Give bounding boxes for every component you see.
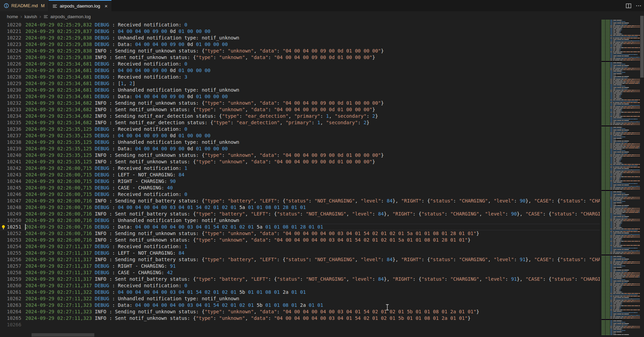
log-editor[interactable]: 102202024-09-29 02:25:29,832 DEBUG : Rec… [0, 22, 601, 337]
line-number[interactable]: 10235 [7, 119, 21, 126]
log-line-text[interactable]: 2024-09-29 02:26:00,716 DEBUG : Unhandle… [25, 217, 239, 224]
line-number[interactable]: 10255 [7, 250, 21, 256]
line-number[interactable]: 10229 [7, 80, 21, 87]
log-line[interactable]: 102232024-09-29 02:25:29,838 DEBUG : Dat… [0, 41, 601, 48]
line-number[interactable]: 10252 [7, 230, 21, 237]
log-line[interactable]: 102612024-09-29 02:27:11,322 DEBUG : 04 … [0, 289, 601, 295]
line-number[interactable]: 10237 [7, 132, 21, 139]
log-line-text[interactable]: 2024-09-29 02:26:00,716 DEBUG : Data: 04… [25, 224, 323, 230]
log-line[interactable]: 102522024-09-29 02:26:00,716 INFO : Send… [0, 230, 601, 237]
log-line[interactable]: 102212024-09-29 02:25:29,837 DEBUG : 04 … [0, 28, 601, 35]
line-number[interactable]: 10248 [7, 204, 21, 211]
line-number[interactable]: 10242 [7, 165, 21, 172]
log-line[interactable]: 102652024-09-29 02:27:11,323 INFO : Sent… [0, 315, 601, 322]
line-number[interactable]: 10251 [7, 224, 21, 230]
line-number[interactable]: 10247 [7, 198, 21, 204]
log-line-text[interactable]: 2024-09-29 02:25:29,838 INFO : Sending n… [25, 48, 384, 54]
log-line[interactable]: 102492024-09-29 02:26:00,716 INFO : Sent… [0, 211, 601, 217]
log-line[interactable]: 102222024-09-29 02:25:29,838 DEBUG : Unh… [0, 35, 601, 41]
breadcrumb-home[interactable]: home [7, 14, 18, 19]
log-line-text[interactable]: 2024-09-29 02:27:11,323 DEBUG : Data: 04… [25, 302, 323, 309]
log-line-text[interactable]: 2024-09-29 02:25:34,681 DEBUG : [1, 2] [25, 80, 135, 87]
line-number[interactable]: 10234 [7, 113, 21, 119]
log-line[interactable]: 102382024-09-29 02:25:35,125 DEBUG : Unh… [0, 139, 601, 146]
line-number[interactable]: 10261 [7, 289, 21, 295]
minimap[interactable] [600, 20, 640, 336]
log-line-text[interactable]: 2024-09-29 02:25:35,125 DEBUG : 04 00 04… [25, 132, 211, 139]
horizontal-scrollbar[interactable] [32, 333, 94, 337]
log-line[interactable]: 102582024-09-29 02:27:11,317 DEBUG : CAS… [0, 269, 601, 276]
line-number[interactable]: 10256 [7, 256, 21, 263]
log-line[interactable]: 102292024-09-29 02:25:34,681 DEBUG : [1,… [0, 80, 601, 87]
breadcrumb-file[interactable]: airpods_daemon.log [50, 14, 91, 19]
line-number[interactable]: 10259 [7, 276, 21, 282]
log-line[interactable]: 102452024-09-29 02:26:00,715 DEBUG : CAS… [0, 185, 601, 191]
line-number[interactable]: 10262 [7, 295, 21, 302]
log-line[interactable]: 10266 [0, 322, 601, 328]
tab-airpods-daemon-log[interactable]: airpods_daemon.log × [49, 0, 111, 11]
line-number[interactable]: 10250 [7, 217, 21, 224]
line-number[interactable]: 10239 [7, 146, 21, 152]
line-number[interactable]: 10246 [7, 191, 21, 198]
line-number[interactable]: 10266 [7, 322, 21, 328]
line-number[interactable]: 10249 [7, 211, 21, 217]
line-number[interactable]: 10223 [7, 41, 21, 48]
lightbulb-icon[interactable] [0, 224, 7, 230]
log-line-text[interactable]: 2024-09-29 02:25:29,838 DEBUG : Unhandle… [25, 35, 239, 41]
log-line[interactable]: 102362024-09-29 02:25:35,125 DEBUG : Rec… [0, 126, 601, 132]
log-line-text[interactable]: 2024-09-29 02:27:11,322 DEBUG : 04 00 04… [25, 289, 306, 295]
line-number[interactable]: 10236 [7, 126, 21, 132]
log-line-text[interactable]: 2024-09-29 02:25:35,125 INFO : Sending n… [25, 152, 384, 159]
log-line-text[interactable]: 2024-09-29 02:27:11,317 DEBUG : LEFT - N… [25, 250, 184, 256]
log-line-text[interactable]: 2024-09-29 02:25:35,125 DEBUG : Received… [25, 126, 187, 132]
line-number[interactable]: 10253 [7, 237, 21, 243]
line-number[interactable]: 10222 [7, 35, 21, 41]
log-line[interactable]: 102542024-09-29 02:27:11,317 DEBUG : Rec… [0, 243, 601, 250]
log-line[interactable]: 102402024-09-29 02:25:35,125 INFO : Send… [0, 152, 601, 159]
log-line-text[interactable]: 2024-09-29 02:25:34,681 DEBUG : Unhandle… [25, 87, 239, 93]
log-line[interactable]: 102282024-09-29 02:25:34,681 DEBUG : Rec… [0, 74, 601, 80]
log-line-text[interactable]: 2024-09-29 02:26:00,716 INFO : Sending n… [25, 230, 479, 237]
log-line[interactable]: 102252024-09-29 02:25:29,838 INFO : Sent… [0, 54, 601, 61]
log-line-text[interactable]: 2024-09-29 02:27:11,317 DEBUG : CASE - C… [25, 269, 173, 276]
log-line[interactable]: 102632024-09-29 02:27:11,323 DEBUG : Dat… [0, 302, 601, 309]
line-number[interactable]: 10228 [7, 74, 21, 80]
line-number[interactable]: 10230 [7, 87, 21, 93]
line-number[interactable]: 10265 [7, 315, 21, 322]
line-number[interactable]: 10233 [7, 106, 21, 113]
log-line-text[interactable]: 2024-09-29 02:26:00,716 INFO : Sent noti… [25, 211, 601, 217]
log-line-text[interactable]: 2024-09-29 02:27:11,317 INFO : Sent noti… [25, 276, 601, 282]
log-line[interactable]: 102502024-09-29 02:26:00,716 DEBUG : Unh… [0, 217, 601, 224]
vertical-scrollbar[interactable] [640, 16, 644, 78]
log-line[interactable]: 102622024-09-29 02:27:11,322 DEBUG : Unh… [0, 295, 601, 302]
log-line[interactable]: 102432024-09-29 02:26:00,715 DEBUG : LEF… [0, 172, 601, 178]
log-line[interactable]: 102242024-09-29 02:25:29,838 INFO : Send… [0, 48, 601, 54]
log-line-text[interactable]: 2024-09-29 02:27:11,323 INFO : Sending n… [25, 309, 479, 315]
log-line-text[interactable]: 2024-09-29 02:26:00,715 DEBUG : Received… [25, 191, 187, 198]
log-line[interactable]: 102392024-09-29 02:25:35,125 DEBUG : Dat… [0, 146, 601, 152]
log-line-text[interactable]: 2024-09-29 02:25:34,681 DEBUG : 04 00 04… [25, 67, 211, 74]
log-line-text[interactable]: 2024-09-29 02:25:29,837 DEBUG : 04 00 04… [25, 28, 211, 35]
line-number[interactable]: 10258 [7, 269, 21, 276]
log-line[interactable]: 102562024-09-29 02:27:11,317 INFO : Send… [0, 256, 601, 263]
log-line-text[interactable]: 2024-09-29 02:27:11,317 DEBUG : Received… [25, 243, 187, 250]
log-line[interactable]: 102302024-09-29 02:25:34,681 DEBUG : Unh… [0, 87, 601, 93]
log-line[interactable]: 102322024-09-29 02:25:34,682 INFO : Send… [0, 100, 601, 106]
line-number[interactable]: 10243 [7, 172, 21, 178]
log-line[interactable]: 102472024-09-29 02:26:00,716 INFO : Send… [0, 198, 601, 204]
line-number[interactable]: 10220 [7, 22, 21, 28]
split-editor-button[interactable] [623, 0, 634, 11]
log-line-text[interactable]: 2024-09-29 02:27:11,323 INFO : Sent noti… [25, 315, 470, 322]
log-line[interactable]: 102512024-09-29 02:26:00,716 DEBUG : Dat… [0, 224, 601, 230]
log-line-text[interactable]: 2024-09-29 02:26:00,715 DEBUG : CASE - C… [25, 185, 173, 191]
log-line-text[interactable]: 2024-09-29 02:26:00,715 DEBUG : RIGHT - … [25, 178, 176, 185]
log-line[interactable]: 102312024-09-29 02:25:34,681 DEBUG : Dat… [0, 93, 601, 100]
line-number[interactable]: 10257 [7, 263, 21, 269]
log-line-text[interactable]: 2024-09-29 02:25:34,681 DEBUG : Received… [25, 61, 187, 67]
line-number[interactable]: 10260 [7, 282, 21, 289]
close-icon[interactable]: × [105, 3, 108, 9]
log-line-text[interactable]: 2024-09-29 02:26:00,716 INFO : Sending n… [25, 198, 601, 204]
line-number[interactable]: 10225 [7, 54, 21, 61]
log-line-text[interactable]: 2024-09-29 02:25:34,682 INFO : Sending n… [25, 113, 378, 119]
log-line[interactable]: 102372024-09-29 02:25:35,125 DEBUG : 04 … [0, 132, 601, 139]
